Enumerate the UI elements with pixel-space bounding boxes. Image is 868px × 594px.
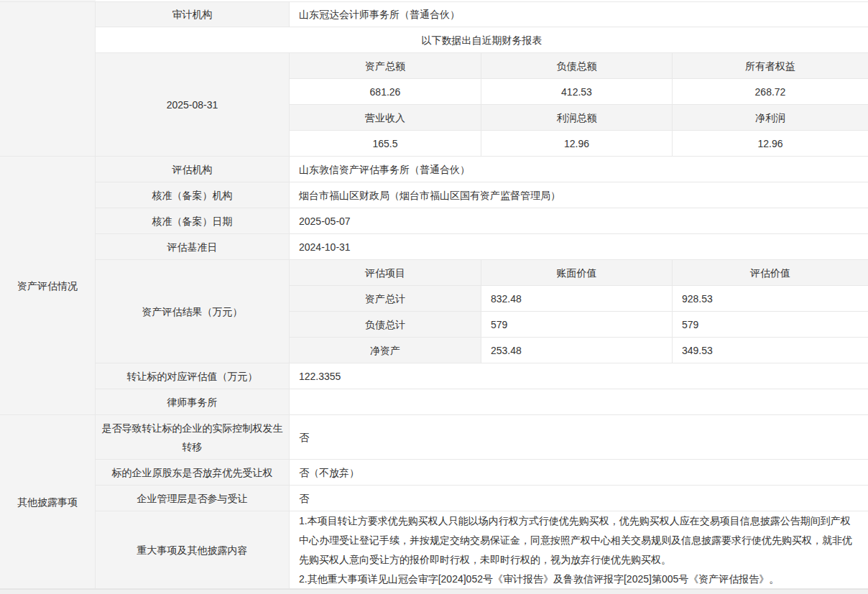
major-items-paragraph-2: 2.其他重大事项详见山冠会审字[2024]052号《审计报告》及鲁敦信评报字[2… [299,570,779,589]
base-date-label: 评估基准日 [96,234,290,260]
appraisal-result-label: 资产评估结果（万元） [96,260,290,363]
row-label-total-liabilities: 负债总计 [290,312,481,338]
major-items-paragraph-1: 1.本项目转让方要求优先购买权人只能以场内行权方式行使优先购买权，优先购买权人应… [299,511,859,570]
audit-agency-label: 审计机构 [96,2,290,27]
col-header-book-value: 账面价值 [481,260,673,286]
control-transfer-label: 是否导致转让标的企业的实际控制权发生转移 [96,415,290,460]
page-bottom-strip [0,589,868,594]
transfer-value-label: 转让标的对应评估值（万元） [96,363,290,389]
col-header-revenue: 营业收入 [290,105,481,131]
value-net-profit: 12.96 [673,131,868,157]
book-value-net-assets: 253.48 [481,338,673,363]
waive-right-value: 否（不放弃） [290,460,868,486]
audit-agency-value: 山东冠达会计师事务所（普通合伙） [290,2,868,27]
major-items-value: 1.本项目转让方要求优先购买权人只能以场内行权方式行使优先购买权，优先购买权人应… [290,511,868,589]
financial-date: 2025-08-31 [96,53,290,157]
book-value-total-liabilities: 579 [481,312,673,338]
assessed-value-net-assets: 349.53 [673,338,868,363]
col-header-assessed-value: 评估价值 [673,260,868,286]
col-header-total-profit: 利润总额 [481,105,673,131]
approval-org-label: 核准（备案）机构 [96,182,290,208]
financial-note: 以下数据出自近期财务报表 [96,27,868,53]
management-participate-value: 否 [290,486,868,511]
section-assessment-label: 资产评估情况 [0,157,96,415]
row-label-total-assets: 资产总计 [290,286,481,312]
major-items-label: 重大事项及其他披露内容 [96,511,290,589]
top-edge-left-gray [0,0,96,1]
management-participate-label: 企业管理层是否参与受让 [96,486,290,511]
approval-date-value: 2025-05-07 [290,208,868,234]
approval-date-label: 核准（备案）日期 [96,208,290,234]
section-financial-label [0,2,96,157]
section-other-label: 其他披露事项 [0,415,96,589]
waive-right-label: 标的企业原股东是否放弃优先受让权 [96,460,290,486]
col-header-total-liabilities: 负债总额 [481,53,673,79]
col-header-owner-equity: 所有者权益 [673,53,868,79]
disclosure-table: 审计机构 山东冠达会计师事务所（普通合伙） 以下数据出自近期财务报表 2025-… [0,2,868,589]
appraisal-agency-label: 评估机构 [96,157,290,182]
approval-org-value: 烟台市福山区财政局（烟台市福山区国有资产监督管理局） [290,182,868,208]
transfer-value-value: 122.3355 [290,363,868,389]
value-total-profit: 12.96 [481,131,673,157]
col-header-total-assets: 资产总额 [290,53,481,79]
book-value-total-assets: 832.48 [481,286,673,312]
value-owner-equity: 268.72 [673,79,868,105]
appraisal-agency-value: 山东敦信资产评估事务所（普通合伙） [290,157,868,182]
law-firm-value [290,389,868,415]
col-header-net-profit: 净利润 [673,105,868,131]
control-transfer-value: 否 [290,415,868,460]
col-header-appraisal-item: 评估项目 [290,260,481,286]
value-revenue: 165.5 [290,131,481,157]
value-total-assets: 681.26 [290,79,481,105]
assessed-value-total-liabilities: 579 [673,312,868,338]
assessed-value-total-assets: 928.53 [673,286,868,312]
row-label-net-assets: 净资产 [290,338,481,363]
law-firm-label: 律师事务所 [96,389,290,415]
base-date-value: 2024-10-31 [290,234,868,260]
value-total-liabilities: 412.53 [481,79,673,105]
